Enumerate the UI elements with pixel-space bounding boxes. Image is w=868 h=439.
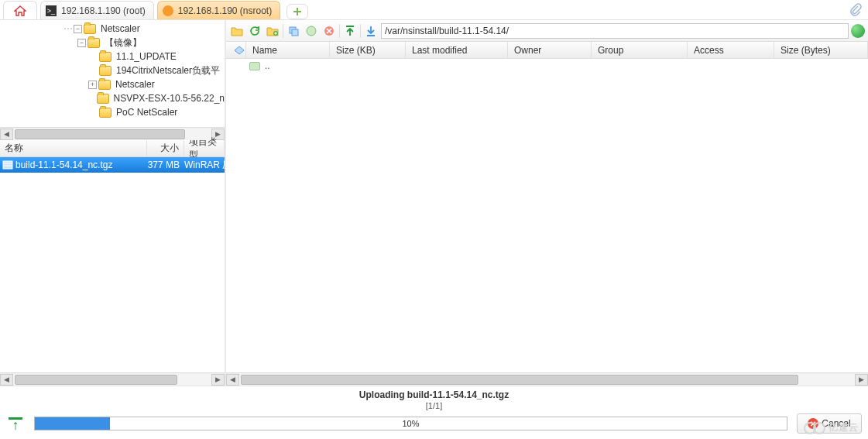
tree-h-scrollbar[interactable]: ◀ ▶: [0, 127, 225, 140]
local-list-header: 名称 大小 项目类型: [0, 140, 225, 157]
col-owner[interactable]: Owner: [508, 42, 592, 58]
home-icon: [14, 5, 26, 16]
col-access[interactable]: Access: [688, 42, 774, 58]
tree-node[interactable]: NSVPX-ESX-10.5-56.22_n: [3, 91, 225, 105]
paste-button[interactable]: [304, 23, 319, 39]
tree-label: Netscaler: [115, 79, 155, 90]
expand-icon[interactable]: +: [88, 81, 97, 89]
folder-icon: [99, 52, 112, 62]
new-tab-button[interactable]: [286, 4, 308, 19]
svg-rect-0: [3, 161, 12, 169]
col-check[interactable]: [226, 42, 246, 58]
progress-label: 10%: [35, 417, 787, 430]
tree-node[interactable]: −【镜像】: [3, 36, 225, 50]
session-icon: [163, 5, 173, 16]
scroll-right-icon[interactable]: ▶: [211, 374, 225, 386]
tree-line-icon: ⋯: [63, 23, 72, 34]
scroll-thumb[interactable]: [241, 375, 798, 385]
file-name: build-11.1-54.14_nc.tgz: [15, 159, 147, 170]
tree-node[interactable]: ⋯−Netscaler: [3, 22, 225, 36]
tree-node[interactable]: 194CitrixNetscaler负载平: [3, 63, 225, 77]
upload-icon: ↑: [6, 417, 25, 430]
globe-icon[interactable]: [851, 24, 865, 38]
col-group[interactable]: Group: [592, 42, 688, 58]
local-tree: ⋯−Netscaler −【镜像】 11.1_UPDATE 194CitrixN…: [0, 20, 225, 127]
remote-path-input[interactable]: [381, 23, 849, 39]
local-file-row[interactable]: build-11.1-54.14_nc.tgz 377 MB WinRAR 压缩: [0, 157, 225, 173]
scroll-thumb[interactable]: [15, 129, 185, 139]
folder-icon: [97, 94, 109, 104]
svg-rect-3: [292, 29, 298, 36]
remote-list-header: Name Size (KB) Last modified Owner Group…: [226, 42, 868, 59]
scroll-left-icon[interactable]: ◀: [0, 374, 13, 386]
terminal-icon: >_: [46, 5, 57, 16]
tree-label: 194CitrixNetscaler负载平: [116, 64, 220, 77]
tree-label: PoC NetScaler: [116, 107, 177, 118]
collapse-icon[interactable]: −: [77, 39, 86, 47]
refresh-button[interactable]: [247, 23, 262, 39]
folder-icon: [84, 24, 96, 34]
upload-button[interactable]: [342, 23, 358, 39]
scroll-left-icon[interactable]: ◀: [0, 129, 13, 140]
parent-dir-label: ..: [265, 60, 270, 71]
tree-node[interactable]: +Netscaler: [3, 77, 225, 91]
folder-icon: [98, 80, 111, 90]
folder-icon: [87, 38, 100, 48]
tree-node[interactable]: PoC NetScaler: [3, 105, 225, 119]
transfer-status: Uploading build-11.1-54.14_nc.tgz: [359, 389, 509, 400]
remote-toolbar: [226, 20, 868, 42]
open-folder-button[interactable]: [229, 23, 245, 39]
folder-icon: [99, 66, 112, 76]
remote-h-scrollbar[interactable]: ◀ ▶: [226, 372, 868, 386]
folder-up-icon: [249, 62, 260, 70]
tab-label: 192.168.1.190 (root): [61, 5, 146, 16]
progress-bar: 10%: [34, 417, 787, 430]
col-name[interactable]: 名称: [0, 140, 147, 156]
col-size[interactable]: Size (KB): [330, 42, 406, 58]
parent-dir-row[interactable]: ..: [226, 59, 868, 73]
tab-bar: >_ 192.168.1.190 (root) 192.168.1.190 (n…: [0, 0, 868, 20]
col-name[interactable]: Name: [246, 42, 330, 58]
tree-label: 【镜像】: [105, 36, 142, 50]
collapse-icon[interactable]: −: [74, 25, 82, 33]
home-tab[interactable]: [3, 1, 37, 19]
tree-label: 11.1_UPDATE: [116, 51, 177, 62]
tab-nsroot[interactable]: 192.168.1.190 (nsroot): [157, 1, 280, 19]
copy-button[interactable]: [286, 23, 301, 39]
attachment-icon[interactable]: [849, 3, 862, 17]
tab-root[interactable]: >_ 192.168.1.190 (root): [40, 1, 154, 19]
plus-icon: [293, 7, 302, 16]
scroll-thumb[interactable]: [15, 375, 177, 385]
local-h-scrollbar[interactable]: ◀ ▶: [0, 372, 225, 386]
col-modified[interactable]: Last modified: [406, 42, 508, 58]
col-bytes[interactable]: Size (Bytes): [774, 42, 868, 58]
scroll-left-icon[interactable]: ◀: [226, 374, 239, 386]
archive-icon: [0, 159, 15, 170]
watermark: 亿速云: [804, 421, 859, 434]
svg-point-4: [307, 26, 316, 36]
download-button[interactable]: [363, 23, 379, 39]
remote-file-list: ..: [226, 59, 868, 372]
col-type[interactable]: 项目类型: [184, 140, 225, 156]
delete-button[interactable]: [321, 23, 337, 39]
tree-node[interactable]: 11.1_UPDATE: [3, 50, 225, 63]
tab-label: 192.168.1.190 (nsroot): [178, 5, 272, 16]
tree-label: NSVPX-ESX-10.5-56.22_n: [114, 93, 225, 104]
col-size[interactable]: 大小: [147, 140, 184, 156]
folder-icon: [99, 108, 112, 118]
file-size: 377 MB: [147, 159, 184, 170]
transfer-panel: Uploading build-11.1-54.14_nc.tgz [1/1] …: [0, 386, 868, 439]
watermark-text: 亿速云: [829, 421, 859, 434]
tree-label: Netscaler: [101, 23, 140, 34]
scroll-right-icon[interactable]: ▶: [855, 374, 868, 386]
new-folder-button[interactable]: [265, 23, 280, 39]
file-type: WinRAR 压缩: [184, 159, 225, 172]
transfer-count: [1/1]: [426, 401, 442, 410]
